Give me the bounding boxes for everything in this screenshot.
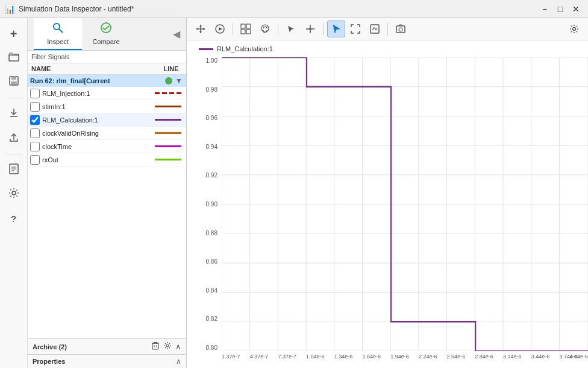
maximize-button[interactable]: □: [553, 3, 568, 15]
run-label: Run 62: rlm_final[Current: [30, 77, 163, 84]
svg-rect-18: [154, 342, 157, 343]
app-icon: 📊: [5, 4, 15, 14]
grid-button[interactable]: [237, 21, 255, 37]
archive-settings-button[interactable]: [163, 341, 172, 352]
signal-label-overlay: RLM_Calculation:1: [199, 45, 273, 52]
svg-point-26: [261, 25, 269, 32]
properties-expand-button[interactable]: ∧: [176, 357, 181, 366]
x-label-10: 3.14e-6: [503, 354, 522, 360]
play-button[interactable]: [211, 21, 229, 37]
x-label-1: 4.37e-7: [250, 354, 269, 360]
sidebar-sep-2: [5, 154, 22, 154]
download-icon: [8, 107, 19, 121]
compare-icon: [100, 22, 112, 37]
list-item[interactable]: RLM_Calculation:1: [28, 113, 186, 127]
color-button[interactable]: [256, 21, 274, 37]
snapshot-button[interactable]: [392, 21, 410, 37]
data-cursor-button[interactable]: [301, 21, 319, 37]
titlebar-controls: − □ ✕: [537, 3, 583, 15]
signal-check-5[interactable]: [30, 155, 40, 165]
svg-rect-3: [11, 77, 16, 80]
y-label-1: 0.98: [206, 86, 217, 93]
signal-line-3: [155, 132, 181, 134]
list-item[interactable]: rxOut: [28, 153, 186, 167]
new-button[interactable]: +: [3, 23, 25, 45]
export-button[interactable]: [3, 127, 25, 149]
svg-point-11: [54, 24, 60, 30]
signal-check-3[interactable]: [30, 128, 40, 138]
open-button[interactable]: [3, 47, 25, 69]
x-label-6: 1.94e-6: [390, 354, 409, 360]
import-button[interactable]: [3, 103, 25, 125]
pan-button[interactable]: [192, 21, 210, 37]
fit-button[interactable]: [366, 21, 384, 37]
signal-name-0: RLM_Injection:1: [42, 90, 155, 97]
signal-name-2: RLM_Calculation:1: [42, 116, 155, 124]
list-item[interactable]: stimIn:1: [28, 100, 186, 113]
y-label-3: 0.94: [206, 144, 217, 150]
x-axis: 1.37e-7 4.37e-7 7.37e-7 1.04e-6 1.34e-6 …: [222, 351, 588, 368]
app-title: Simulation Data Inspector - untitled*: [19, 5, 134, 13]
tab-inspect[interactable]: Inspect: [34, 18, 82, 50]
zoom-out-button[interactable]: [346, 21, 364, 37]
list-item[interactable]: clockTime: [28, 140, 186, 153]
report-button[interactable]: [3, 159, 25, 181]
signal-name-4: clockTime: [42, 143, 155, 150]
tab-compare-label: Compare: [92, 38, 119, 45]
panel-area: Inspect Compare ◀ Filter Signals NAME LI…: [28, 18, 187, 368]
x-label-4: 1.34e-6: [334, 354, 353, 360]
y-axis: 1.00 0.98 0.96 0.94 0.92 0.90 0.88 0.86 …: [187, 57, 220, 351]
archive-delete-button[interactable]: [151, 341, 160, 352]
run-row[interactable]: Run 62: rlm_final[Current ▼: [28, 75, 186, 87]
signal-check-0[interactable]: [30, 89, 40, 98]
signal-check-1[interactable]: [30, 102, 40, 112]
signal-check-4[interactable]: [30, 142, 40, 151]
signal-check-2[interactable]: [30, 115, 40, 125]
list-item[interactable]: RLM_Injection:1: [28, 87, 186, 100]
signal-header: NAME LINE: [28, 63, 186, 75]
close-button[interactable]: ✕: [569, 3, 583, 15]
save-icon: [8, 75, 19, 89]
signal-name-1: stimIn:1: [42, 103, 155, 110]
x-label-0: 1.37e-7: [222, 354, 240, 360]
tab-compare[interactable]: Compare: [82, 18, 130, 50]
panel-collapse-button[interactable]: ◀: [173, 28, 180, 40]
run-menu-btn[interactable]: ▼: [174, 77, 184, 85]
save-button[interactable]: [3, 71, 25, 93]
x-label-9: 2.84e-6: [475, 354, 493, 360]
minimize-button[interactable]: −: [537, 3, 552, 15]
y-label-9: 0.82: [206, 316, 217, 322]
gear-icon: [8, 188, 19, 201]
properties-row: Properties ∧: [28, 354, 186, 368]
cursor-select-button[interactable]: [282, 21, 300, 37]
share-icon: [8, 132, 19, 145]
x-label-3: 1.04e-6: [306, 354, 325, 360]
signal-name-5: rxOut: [42, 156, 155, 163]
y-label-8: 0.84: [206, 287, 217, 294]
archive-label: Archive (2): [33, 343, 151, 351]
settings-button[interactable]: [3, 183, 25, 205]
svg-point-36: [573, 28, 576, 31]
chart-settings-button[interactable]: [565, 21, 583, 37]
toolbar-sep-1: [233, 23, 233, 35]
chart-area: RLM_Calculation:1: [187, 18, 588, 368]
x-label-11: 3.44e-6: [531, 354, 550, 360]
signal-line-5: [155, 159, 181, 160]
svg-rect-23: [246, 24, 251, 28]
svg-point-10: [12, 191, 16, 195]
svg-marker-21: [219, 27, 222, 31]
signal-list: Run 62: rlm_final[Current ▼ RLM_Injectio…: [28, 75, 186, 338]
svg-point-28: [266, 27, 267, 28]
signal-line-2: [155, 119, 181, 121]
pointer-button[interactable]: [327, 21, 345, 37]
x-label-8: 2.54e-6: [447, 354, 466, 360]
help-button[interactable]: ?: [3, 208, 25, 229]
inspect-icon: [52, 22, 64, 37]
sidebar-icons: +: [0, 18, 28, 368]
list-item[interactable]: clockValidOnRising: [28, 127, 186, 140]
signal-name-3: clockValidOnRising: [42, 130, 155, 137]
signal-line-1: [155, 106, 181, 107]
archive-expand-button[interactable]: ∧: [175, 341, 181, 352]
signal-plot-label: RLM_Calculation:1: [217, 45, 273, 52]
run-status-dot: [165, 77, 172, 84]
